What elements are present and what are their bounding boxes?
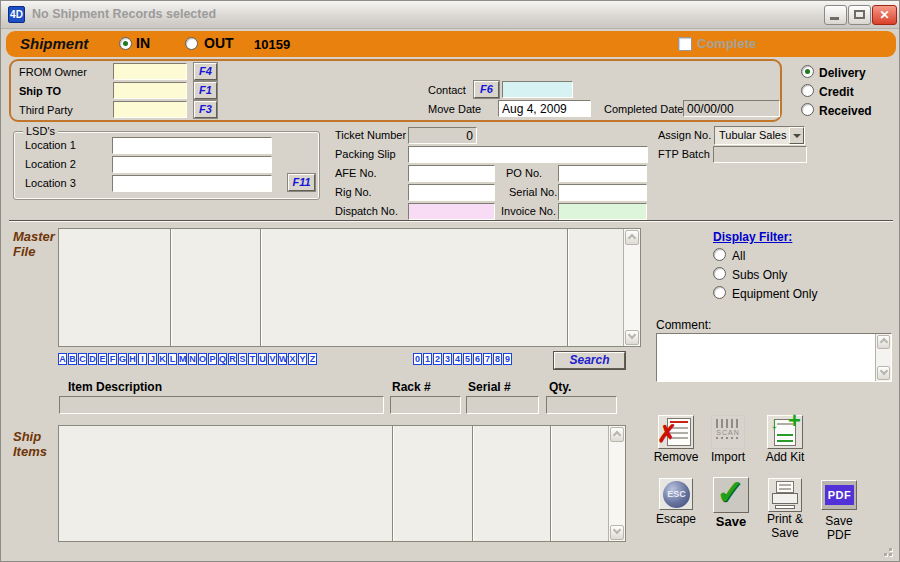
filter-radio-subs-only[interactable] <box>713 267 726 280</box>
letter-button-a[interactable]: A <box>58 353 67 365</box>
assign-dropdown-arrow-button[interactable] <box>789 127 804 144</box>
ship-items-list[interactable] <box>58 425 626 542</box>
master-file-list[interactable] <box>58 228 641 347</box>
packing-slip-input[interactable] <box>408 146 648 163</box>
search-button[interactable]: Search <box>554 352 625 369</box>
letter-button-e[interactable]: E <box>98 353 107 365</box>
digit-button-8[interactable]: 8 <box>493 353 502 365</box>
title-bar[interactable]: 4D No Shipment Records selected ✕ <box>1 1 899 29</box>
ship-to-input[interactable] <box>113 82 187 99</box>
contact-f6-button[interactable]: F6 <box>474 81 499 98</box>
location2-input[interactable] <box>112 156 272 173</box>
comment-scrollbar[interactable] <box>875 334 891 381</box>
letter-button-o[interactable]: O <box>198 353 207 365</box>
type-delivery-label[interactable]: Delivery <box>819 66 866 80</box>
scroll-up-icon[interactable] <box>877 335 890 349</box>
digit-button-0[interactable]: 0 <box>413 353 422 365</box>
radio-out-label[interactable]: OUT <box>204 35 234 51</box>
serial-no-input[interactable] <box>558 184 647 201</box>
digit-button-3[interactable]: 3 <box>443 353 452 365</box>
letter-button-p[interactable]: P <box>208 353 217 365</box>
digit-button-7[interactable]: 7 <box>483 353 492 365</box>
invoice-no-input[interactable] <box>558 203 647 220</box>
letter-button-v[interactable]: V <box>268 353 277 365</box>
letter-button-w[interactable]: W <box>278 353 287 365</box>
letter-button-y[interactable]: Y <box>298 353 307 365</box>
move-date-input[interactable] <box>498 100 591 117</box>
letter-button-r[interactable]: R <box>228 353 237 365</box>
dispatch-no-input[interactable] <box>408 203 495 220</box>
type-received-label[interactable]: Received <box>819 104 872 118</box>
third-party-f3-button[interactable]: F3 <box>194 101 217 118</box>
save-button[interactable]: ✓ <box>713 477 749 513</box>
digit-button-2[interactable]: 2 <box>433 353 442 365</box>
print-save-button[interactable] <box>768 478 802 512</box>
digit-button-9[interactable]: 9 <box>503 353 512 365</box>
letter-button-d[interactable]: D <box>88 353 97 365</box>
type-radio-received[interactable] <box>801 103 814 116</box>
letter-button-z[interactable]: Z <box>308 353 317 365</box>
radio-out[interactable] <box>185 37 198 50</box>
letter-button-b[interactable]: B <box>68 353 77 365</box>
scroll-down-icon[interactable] <box>625 330 639 345</box>
scroll-up-icon[interactable] <box>610 427 624 442</box>
type-radio-credit[interactable] <box>801 84 814 97</box>
close-button[interactable]: ✕ <box>872 5 897 25</box>
radio-in-label[interactable]: IN <box>136 35 150 51</box>
minimize-button[interactable] <box>824 5 847 25</box>
letter-button-j[interactable]: J <box>148 353 157 365</box>
import-button[interactable]: SCAN <box>711 415 745 449</box>
letter-button-t[interactable]: T <box>248 353 257 365</box>
assign-no-dropdown[interactable]: Tubular Sales <box>714 126 805 145</box>
letter-button-c[interactable]: C <box>78 353 87 365</box>
lsd-f11-button[interactable]: F11 <box>288 174 315 191</box>
filter-radio-all[interactable] <box>713 248 726 261</box>
escape-button[interactable]: ESC <box>659 478 693 510</box>
letter-button-g[interactable]: G <box>118 353 127 365</box>
digit-button-4[interactable]: 4 <box>453 353 462 365</box>
letter-button-h[interactable]: H <box>128 353 137 365</box>
add-kit-button[interactable]: + ↓ <box>767 415 803 449</box>
letter-button-q[interactable]: Q <box>218 353 227 365</box>
rig-no-input[interactable] <box>408 184 495 201</box>
location3-input[interactable] <box>112 175 272 192</box>
ship-items-scrollbar[interactable] <box>608 426 625 541</box>
master-file-scrollbar[interactable] <box>623 229 640 346</box>
letter-button-l[interactable]: L <box>168 353 177 365</box>
filter-subs-only-label[interactable]: Subs Only <box>732 268 787 282</box>
letter-button-f[interactable]: F <box>108 353 117 365</box>
ship-to-f1-button[interactable]: F1 <box>194 82 217 99</box>
display-filter-title[interactable]: Display Filter: <box>713 230 792 244</box>
afe-no-input[interactable] <box>408 165 495 182</box>
letter-button-x[interactable]: X <box>288 353 297 365</box>
letter-button-m[interactable]: M <box>178 353 187 365</box>
digit-button-6[interactable]: 6 <box>473 353 482 365</box>
radio-in[interactable] <box>119 37 132 50</box>
digit-button-5[interactable]: 5 <box>463 353 472 365</box>
scroll-down-icon[interactable] <box>877 366 890 380</box>
letter-button-s[interactable]: S <box>238 353 247 365</box>
type-radio-delivery[interactable] <box>801 65 814 78</box>
letter-button-k[interactable]: K <box>158 353 167 365</box>
save-pdf-button[interactable]: PDF <box>821 480 857 510</box>
letter-button-n[interactable]: N <box>188 353 197 365</box>
letter-button-u[interactable]: U <box>258 353 267 365</box>
comment-textarea[interactable] <box>656 333 892 382</box>
third-party-input[interactable] <box>113 101 187 118</box>
location1-input[interactable] <box>112 137 272 154</box>
from-owner-input[interactable] <box>113 63 187 80</box>
from-owner-f4-button[interactable]: F4 <box>194 63 217 80</box>
remove-button[interactable]: ✗ <box>658 415 694 449</box>
scroll-down-icon[interactable] <box>610 525 624 540</box>
scroll-up-icon[interactable] <box>625 230 639 245</box>
po-no-input[interactable] <box>558 165 647 182</box>
maximize-button[interactable] <box>848 5 871 25</box>
complete-checkbox[interactable] <box>678 37 692 51</box>
contact-input[interactable] <box>502 81 573 98</box>
digit-button-1[interactable]: 1 <box>423 353 432 365</box>
filter-radio-equipment-only[interactable] <box>713 286 726 299</box>
filter-all-label[interactable]: All <box>732 249 745 263</box>
filter-equipment-only-label[interactable]: Equipment Only <box>732 287 817 301</box>
letter-button-i[interactable]: I <box>138 353 147 365</box>
type-credit-label[interactable]: Credit <box>819 85 854 99</box>
